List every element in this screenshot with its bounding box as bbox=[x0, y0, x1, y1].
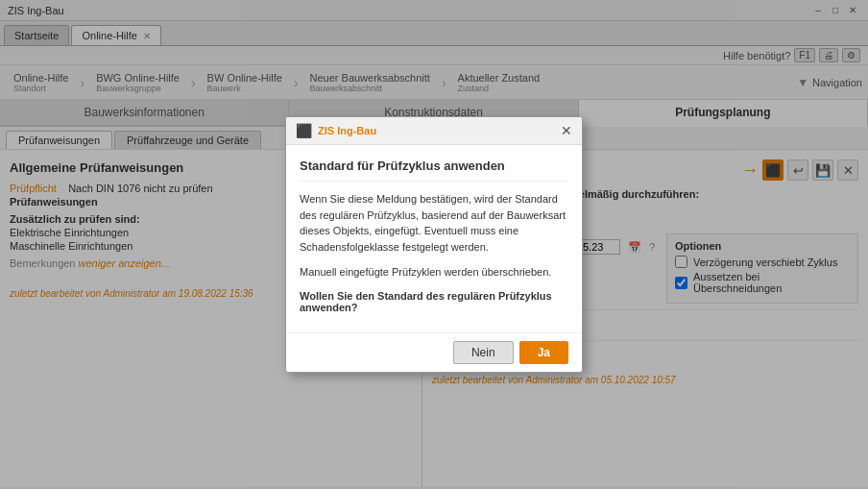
modal-body-text-2: Manuell eingefügte Prüfzyklen werden übe… bbox=[300, 264, 568, 281]
modal-logo-icon: ⬛ bbox=[296, 123, 312, 138]
modal-dialog: ⬛ ZIS Ing-Bau ✕ Standard für Prüfzyklus … bbox=[285, 116, 583, 373]
modal-title-row: ⬛ ZIS Ing-Bau bbox=[296, 123, 376, 138]
modal-question: Wollen Sie den Standard des regulären Pr… bbox=[300, 290, 568, 313]
modal-yes-button[interactable]: Ja bbox=[519, 341, 568, 364]
modal-app-label: ZIS Ing-Bau bbox=[318, 125, 376, 136]
modal-main-title: Standard für Prüfzyklus anwenden bbox=[300, 159, 568, 182]
modal-close-button[interactable]: ✕ bbox=[561, 123, 572, 138]
modal-body: Standard für Prüfzyklus anwenden Wenn Si… bbox=[286, 145, 582, 332]
modal-body-text-1: Wenn Sie diese Meldung bestätigen, wird … bbox=[300, 191, 568, 255]
modal-no-button[interactable]: Nein bbox=[453, 341, 514, 364]
modal-footer: Nein Ja bbox=[286, 332, 582, 372]
modal-header: ⬛ ZIS Ing-Bau ✕ bbox=[286, 117, 582, 145]
modal-overlay: ⬛ ZIS Ing-Bau ✕ Standard für Prüfzyklus … bbox=[0, 0, 868, 489]
